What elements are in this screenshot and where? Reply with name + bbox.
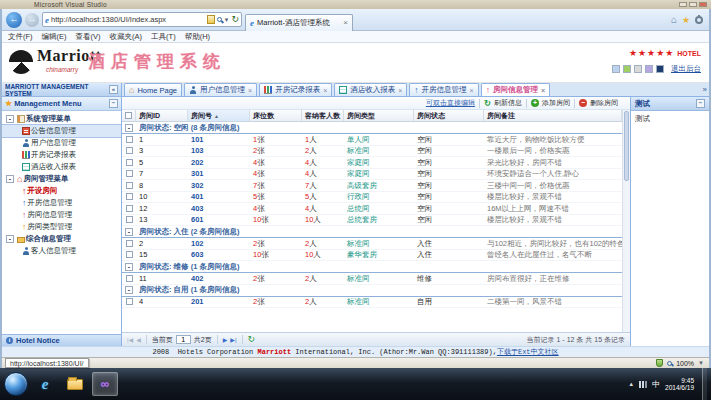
tab-close-icon[interactable]: ×	[541, 87, 545, 94]
tab-active[interactable]: ↑房间信息管理×	[481, 83, 550, 96]
column-header[interactable]: 房间ID	[136, 110, 188, 121]
show-desktop-button[interactable]	[702, 368, 707, 400]
group-collapse-icon[interactable]: -	[125, 228, 133, 236]
refresh-button[interactable]: ↻刷新信息	[484, 98, 522, 108]
search-icon[interactable]	[217, 17, 222, 22]
close-icon[interactable]	[699, 2, 707, 7]
select-all-checkbox[interactable]	[125, 112, 132, 119]
address-url[interactable]: http://localhost:1380/UI/Index.aspx	[51, 15, 205, 24]
back-button[interactable]: ←	[6, 12, 22, 28]
delete-button[interactable]: −删除房间	[579, 98, 618, 108]
column-header[interactable]: 容纳客人数	[302, 110, 344, 121]
table-row[interactable]: 114022张2人标准间维修房间布置很好，正在维修	[122, 273, 630, 285]
tree-item[interactable]: ↑开设房间	[2, 185, 121, 197]
tree-group[interactable]: -综合信息管理	[2, 233, 121, 245]
tree-item[interactable]: 公告信息管理	[2, 125, 121, 137]
page-next-icon[interactable]: ▶	[223, 336, 228, 343]
row-checkbox[interactable]	[126, 205, 133, 212]
table-row[interactable]: 21022张2人标准间入住与102相近，房间比较好，也有102的特色	[122, 238, 630, 250]
theme-swatch[interactable]	[656, 65, 664, 73]
tab-close-icon[interactable]: ×	[470, 87, 474, 94]
scrollbar-thumb[interactable]	[624, 111, 629, 181]
tab-1[interactable]: 用户信息管理×	[184, 83, 257, 96]
favorites-star-icon[interactable]: ★	[682, 15, 690, 25]
taskbar-ie-icon[interactable]: e	[32, 372, 58, 396]
network-icon[interactable]	[639, 381, 647, 388]
tab-close-icon[interactable]: ×	[398, 87, 402, 94]
browser-tab[interactable]: e Marriott-酒店管理系统 ×	[245, 14, 353, 31]
tab-2[interactable]: 开房记录报表×	[259, 83, 332, 96]
input-language-indicator[interactable]: 中	[652, 379, 660, 390]
group-header-row[interactable]: -房间状态: 入住 (2 条房间信息)	[122, 226, 630, 238]
collapse-panel-icon[interactable]: −	[109, 99, 118, 108]
tab-3[interactable]: 酒店收入报表×	[334, 83, 407, 96]
theme-swatch[interactable]	[645, 65, 653, 73]
tree-item[interactable]: 开房记录报表	[2, 149, 121, 161]
row-checkbox[interactable]	[126, 193, 133, 200]
column-header[interactable]: 床位数	[250, 110, 302, 121]
refresh-icon[interactable]: ↻	[231, 15, 239, 24]
row-checkbox[interactable]	[126, 136, 133, 143]
tree-item[interactable]: ↑房间类型管理	[2, 221, 121, 233]
row-checkbox[interactable]	[126, 159, 133, 166]
table-row[interactable]: 42012张2人标准间自用二楼第一间，风景不错	[122, 297, 630, 309]
tree-item[interactable]: 酒店收入报表	[2, 161, 121, 173]
edit-hint-link[interactable]: 可双击直接编辑	[426, 98, 475, 108]
tree-item[interactable]: 用户信息管理	[2, 137, 121, 149]
forward-button[interactable]: →	[25, 13, 39, 27]
taskbar-visualstudio-icon[interactable]: ∞	[92, 372, 118, 396]
tab-close-icon[interactable]: ×	[248, 87, 252, 94]
table-row[interactable]: 1560310张10人豪华套房入住曾经名人在此屋住过，名气不断	[122, 250, 630, 262]
row-checkbox[interactable]	[126, 182, 133, 189]
page-prev-icon[interactable]: ◀	[136, 336, 141, 343]
group-header-row[interactable]: -房间状态: 维修 (1 条房间信息)	[122, 261, 630, 273]
row-checkbox[interactable]	[126, 298, 133, 305]
table-row[interactable]: 124034张4人总统间空闲16M以上上网，网速不错	[122, 203, 630, 215]
tree-item[interactable]: ↑开房信息管理	[2, 197, 121, 209]
zoom-magnifier-icon[interactable]	[667, 361, 672, 366]
address-bar[interactable]: e http://localhost:1380/UI/Index.aspx ▼ …	[42, 12, 242, 27]
page-first-icon[interactable]: |◀	[127, 336, 133, 343]
column-header[interactable]: 房间状态	[414, 110, 484, 121]
hotel-notice-bar[interactable]: i Hotel Notice	[2, 334, 121, 346]
group-collapse-icon[interactable]: -	[125, 286, 133, 294]
tree-expand-icon[interactable]: -	[6, 175, 14, 183]
table-row[interactable]: 1360110张10人总统套房空闲楼层比较好，景观不错	[122, 215, 630, 227]
logout-link[interactable]: 退出后台	[671, 64, 701, 74]
page-input[interactable]	[176, 335, 191, 344]
menu-item[interactable]: 收藏夹(A)	[110, 32, 143, 42]
menu-item[interactable]: 编辑(E)	[42, 32, 67, 42]
gear-icon[interactable]	[695, 16, 703, 24]
tree-expand-icon[interactable]: -	[6, 235, 14, 243]
table-row[interactable]: 83027张7人高级套房空闲三楼中间一间，价格优惠	[122, 180, 630, 192]
tree-group[interactable]: -系统管理菜单	[2, 113, 121, 125]
row-checkbox[interactable]	[126, 275, 133, 282]
row-checkbox[interactable]	[126, 240, 133, 247]
table-row[interactable]: 73014张4人家庭间空闲环境安静适合一个人住,静心	[122, 169, 630, 181]
tab-close-icon[interactable]: ×	[343, 18, 348, 27]
background-window-controls[interactable]	[679, 2, 707, 7]
tray-expand-icon[interactable]: ▲	[628, 381, 634, 387]
theme-swatch[interactable]	[634, 65, 642, 73]
menu-item[interactable]: 查看(V)	[76, 32, 101, 42]
taskbar-explorer-icon[interactable]	[62, 372, 88, 396]
menu-item[interactable]: 帮助(H)	[185, 32, 210, 42]
tab-close-icon[interactable]: ×	[323, 87, 327, 94]
group-collapse-icon[interactable]: -	[125, 124, 133, 132]
theme-swatch[interactable]	[612, 65, 620, 73]
tab-0[interactable]: ⌂Home Page	[124, 83, 182, 96]
minimize-icon[interactable]	[679, 2, 687, 7]
page-last-icon[interactable]: ▶|	[230, 336, 236, 343]
footer-link[interactable]: 下载于Ext中文社区	[497, 347, 559, 357]
row-checkbox[interactable]	[126, 170, 133, 177]
collapse-left-icon[interactable]: «	[109, 85, 118, 94]
group-collapse-icon[interactable]: -	[125, 263, 133, 271]
add-button[interactable]: +添加房间	[531, 98, 570, 108]
menu-item[interactable]: 文件(F)	[8, 32, 33, 42]
pager-refresh-icon[interactable]: ↻	[248, 335, 256, 344]
row-checkbox[interactable]	[126, 251, 133, 258]
group-header-row[interactable]: -房间状态: 空闲 (8 条房间信息)	[122, 122, 630, 134]
column-header[interactable]: 房间类型	[344, 110, 414, 121]
compatibility-view-icon[interactable]	[207, 15, 215, 24]
row-checkbox[interactable]	[126, 216, 133, 223]
